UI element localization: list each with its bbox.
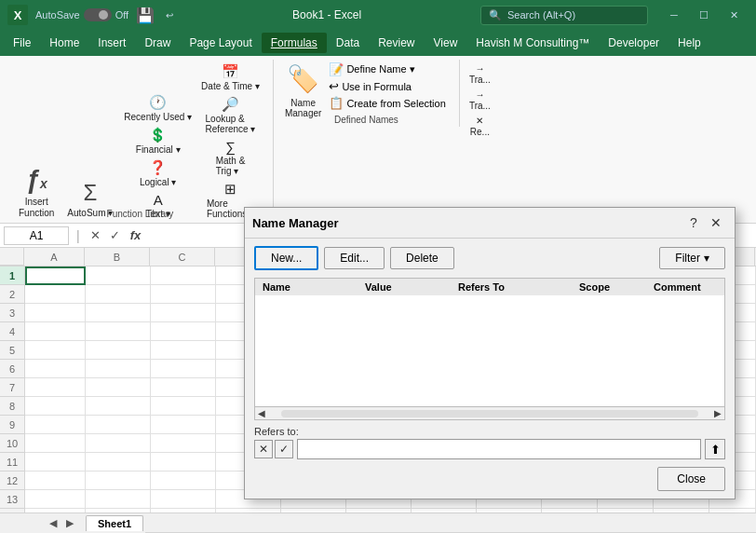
cell-b4[interactable] xyxy=(86,322,151,341)
delete-button[interactable]: Delete xyxy=(390,248,454,269)
trace-dependents-button[interactable]: → Tra... xyxy=(466,88,494,113)
cell-b9[interactable] xyxy=(86,416,151,434)
cell-b5[interactable] xyxy=(86,341,151,360)
menu-draw[interactable]: Draw xyxy=(135,33,180,53)
menu-insert[interactable]: Insert xyxy=(88,33,135,53)
logical-button[interactable]: ❓ Logical ▾ xyxy=(120,157,196,189)
undo-icon[interactable]: ↩ xyxy=(166,10,173,20)
autosave-toggle[interactable] xyxy=(84,8,112,21)
recently-used-button[interactable]: 🕐 Recently Used ▾ xyxy=(120,92,196,124)
scroll-right-arrow[interactable]: ▶ xyxy=(711,408,724,418)
cell-b10[interactable] xyxy=(86,434,151,453)
cell-c6[interactable] xyxy=(151,360,216,378)
create-from-selection-row[interactable]: 📋 Create from Selection xyxy=(327,95,447,111)
filter-button[interactable]: Filter ▾ xyxy=(659,248,725,269)
menu-developer[interactable]: Developer xyxy=(599,33,668,53)
cell-c7[interactable] xyxy=(151,378,216,397)
sheet-tab-sheet1[interactable]: Sheet1 xyxy=(86,515,143,531)
cell-a8[interactable] xyxy=(25,397,86,416)
row-header-1[interactable]: 1 xyxy=(0,266,24,285)
maximize-button[interactable]: ☐ xyxy=(689,0,719,30)
scrollbar-track[interactable] xyxy=(281,410,698,417)
cell-a13[interactable] xyxy=(25,490,86,509)
remove-arrows-button[interactable]: ✕ Re... xyxy=(466,114,494,139)
cell-c10[interactable] xyxy=(151,434,216,453)
row-header-8[interactable]: 8 xyxy=(0,397,24,416)
cell-b3[interactable] xyxy=(86,304,151,322)
cell-a10[interactable] xyxy=(25,434,86,453)
search-box[interactable]: 🔍 Search (Alt+Q) xyxy=(480,6,648,25)
dialog-close-button[interactable]: Close xyxy=(657,467,725,491)
menu-data[interactable]: Data xyxy=(327,33,369,53)
menu-home[interactable]: Home xyxy=(40,33,88,53)
row-header-10[interactable]: 10 xyxy=(0,434,24,453)
menu-help[interactable]: Help xyxy=(668,33,710,53)
close-button[interactable]: ✕ xyxy=(719,0,749,30)
date-time-button[interactable]: 📅 Date & Time ▾ xyxy=(197,62,263,93)
cell-c9[interactable] xyxy=(151,416,216,434)
cell-a4[interactable] xyxy=(25,322,86,341)
row-header-12[interactable]: 12 xyxy=(0,472,24,490)
row-header-6[interactable]: 6 xyxy=(0,360,24,378)
math-trig-button[interactable]: ∑ Math &Trig ▾ xyxy=(197,137,263,178)
cell-c11[interactable] xyxy=(151,453,216,472)
refers-to-expand-button[interactable]: ⬆ xyxy=(705,439,725,459)
new-button[interactable]: New... xyxy=(254,248,318,270)
row-header-11[interactable]: 11 xyxy=(0,453,24,472)
dialog-table-body[interactable] xyxy=(254,295,725,407)
cell-a6[interactable] xyxy=(25,360,86,378)
refers-to-input[interactable] xyxy=(297,439,701,459)
cell-c2[interactable] xyxy=(151,285,216,304)
financial-button[interactable]: 💲 Financial ▾ xyxy=(120,125,196,157)
cell-c1[interactable] xyxy=(151,266,216,285)
cell-c4[interactable] xyxy=(151,322,216,341)
cell-a2[interactable] xyxy=(25,285,86,304)
formula-confirm-button[interactable]: ✓ xyxy=(107,228,123,242)
trace-precedents-button[interactable]: → Tra... xyxy=(466,62,494,87)
save-icon[interactable]: 💾 xyxy=(136,7,155,24)
cell-b13[interactable] xyxy=(86,490,151,509)
cell-b7[interactable] xyxy=(86,378,151,397)
cell-c12[interactable] xyxy=(151,472,216,490)
sheet-next-button[interactable]: ▶ xyxy=(63,517,76,529)
row-header-5[interactable]: 5 xyxy=(0,341,24,360)
scroll-left-arrow[interactable]: ◀ xyxy=(255,408,268,418)
row-header-4[interactable]: 4 xyxy=(0,322,24,341)
cell-a12[interactable] xyxy=(25,472,86,490)
menu-view[interactable]: View xyxy=(425,33,467,53)
name-box[interactable] xyxy=(4,226,69,245)
menu-review[interactable]: Review xyxy=(369,33,424,53)
cell-a3[interactable] xyxy=(25,304,86,322)
cell-a9[interactable] xyxy=(25,416,86,434)
refers-cancel-button[interactable]: ✕ xyxy=(254,440,273,458)
row-header-7[interactable]: 7 xyxy=(0,378,24,397)
row-header-2[interactable]: 2 xyxy=(0,285,24,304)
col-header-a[interactable]: A xyxy=(24,248,85,266)
edit-button[interactable]: Edit... xyxy=(324,248,385,269)
cell-b8[interactable] xyxy=(86,397,151,416)
cell-b6[interactable] xyxy=(86,360,151,378)
menu-consulting[interactable]: Havish M Consulting™ xyxy=(466,33,599,53)
cell-a5[interactable] xyxy=(25,341,86,360)
cell-a1[interactable] xyxy=(25,266,86,285)
cell-c8[interactable] xyxy=(151,397,216,416)
use-in-formula-row[interactable]: ↩ Use in Formula xyxy=(327,78,447,94)
cell-c3[interactable] xyxy=(151,304,216,322)
cell-a11[interactable] xyxy=(25,453,86,472)
refers-confirm-button[interactable]: ✓ xyxy=(275,440,293,458)
cell-b12[interactable] xyxy=(86,472,151,490)
cell-b2[interactable] xyxy=(86,285,151,304)
row-header-3[interactable]: 3 xyxy=(0,304,24,322)
row-header-13[interactable]: 13 xyxy=(0,490,24,509)
cell-c5[interactable] xyxy=(151,341,216,360)
formula-cancel-button[interactable]: ✕ xyxy=(88,228,103,242)
menu-page-layout[interactable]: Page Layout xyxy=(180,33,261,53)
cell-b1[interactable] xyxy=(86,266,151,285)
name-manager-dialog[interactable]: Name Manager ? ✕ New... Edit... Delete F… xyxy=(244,248,736,499)
cell-b11[interactable] xyxy=(86,453,151,472)
col-header-c[interactable]: C xyxy=(150,248,215,266)
row-header-9[interactable]: 9 xyxy=(0,416,24,434)
name-manager-button[interactable]: 🏷️ NameManager xyxy=(279,62,327,120)
lookup-reference-button[interactable]: 🔎 Lookup &Reference ▾ xyxy=(197,94,263,136)
col-header-b[interactable]: B xyxy=(85,248,150,266)
